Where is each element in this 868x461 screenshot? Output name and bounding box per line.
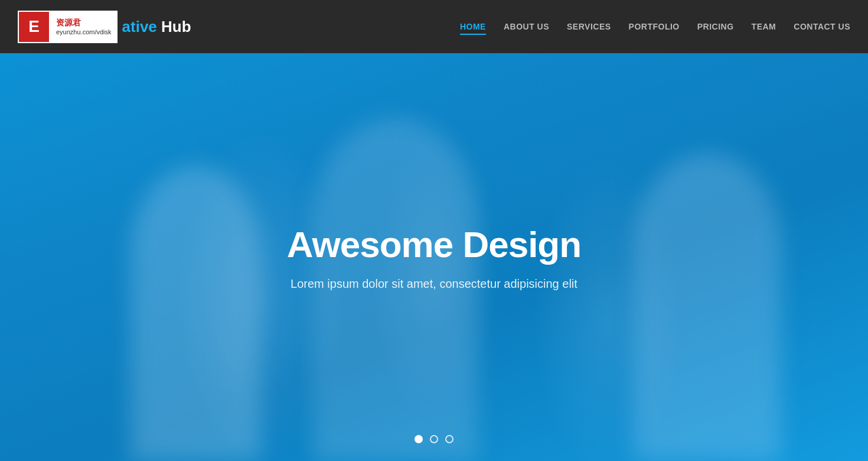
nav-item-about[interactable]: ABOUT US [504,21,549,32]
nav-item-home[interactable]: HOME [460,21,486,32]
logo-badge-letter: E [28,17,40,36]
nav-link-pricing[interactable]: PRICING [697,22,734,31]
logo-brand: ative Hub [122,18,191,36]
logo-brand-white: Hub [157,18,191,35]
logo-url: eyunzhu.com/vdisk [56,28,112,35]
logo-brand-blue: ative [122,18,157,35]
hero-subtitle: Lorem ipsum dolor sit amet, consectetur … [287,277,581,291]
hero-content: Awesome Design Lorem ipsum dolor sit ame… [287,223,581,291]
nav-item-team[interactable]: Team [752,21,776,32]
person-silhouette-left [130,165,260,461]
slider-dot-1[interactable] [415,435,423,443]
nav-link-services[interactable]: SERVICES [567,22,611,31]
nav-item-services[interactable]: SERVICES [567,21,611,32]
slider-dot-2[interactable] [430,435,438,443]
nav-links: HOME ABOUT US SERVICES PORTFOLIO PRICING… [460,21,850,32]
nav-link-contact[interactable]: CONTACT US [794,22,850,31]
nav-item-portfolio[interactable]: PORTFOLIO [629,21,680,32]
logo-text-block: 资源君 eyunzhu.com/vdisk [50,11,118,43]
nav-link-about[interactable]: ABOUT US [504,22,549,31]
logo[interactable]: E 资源君 eyunzhu.com/vdisk ative Hub [18,11,191,43]
person-silhouette-right [634,154,781,461]
hero-section: Awesome Design Lorem ipsum dolor sit ame… [0,53,868,461]
nav-link-team[interactable]: Team [752,22,776,31]
logo-badge: E [18,11,50,43]
logo-chinese: 资源君 [56,18,112,28]
slider-dots [415,435,453,443]
nav-link-portfolio[interactable]: PORTFOLIO [629,22,680,31]
slider-dot-3[interactable] [445,435,453,443]
nav-item-pricing[interactable]: PRICING [697,21,734,32]
navbar: E 资源君 eyunzhu.com/vdisk ative Hub HOME A… [0,0,868,53]
nav-item-contact[interactable]: CONTACT US [794,21,850,32]
nav-link-home[interactable]: HOME [460,22,486,35]
hero-title: Awesome Design [287,223,581,265]
